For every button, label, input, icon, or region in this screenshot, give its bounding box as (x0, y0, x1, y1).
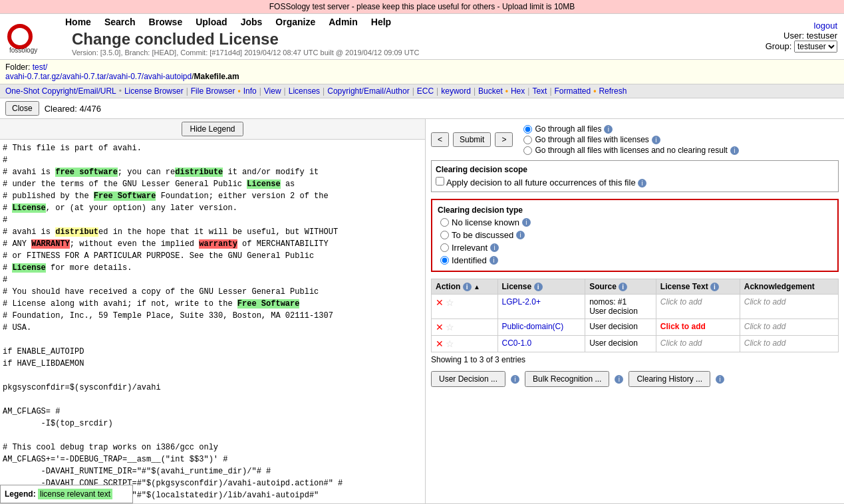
info-icon-license-text: i (710, 283, 719, 291)
breadcrumb-part-1[interactable]: /avahi-0.7.tar (60, 72, 106, 81)
acknowledgement-add-0[interactable]: Click to add (744, 297, 786, 307)
clearing-type-title: Clearing decision type (438, 205, 832, 215)
source-text-0: nomos: #1User decision (589, 297, 638, 316)
breadcrumb-part-2[interactable]: /avahi-0.7 (106, 72, 142, 81)
breadcrumb-folder[interactable]: test/ (33, 63, 48, 72)
clearing-type-identified-text: Identified (452, 255, 487, 265)
secnav-text[interactable]: Text (532, 86, 547, 96)
action-cell-1: ✕ ☆ (432, 319, 498, 336)
hide-legend-bar: Hide Legend (0, 119, 425, 140)
col-acknowledgement: Acknowledgement (740, 279, 838, 295)
license-text-add-0[interactable]: Click to add (660, 297, 702, 307)
radio-no-clearing-text: Go through all files with licenses and n… (535, 146, 728, 155)
clearing-type-irrelevant-label[interactable]: Irrelevant i (440, 243, 832, 253)
delete-icon-2[interactable]: ✕ (436, 338, 444, 349)
close-button[interactable]: Close (5, 101, 39, 116)
acknowledgement-add-2[interactable]: Click to add (744, 338, 786, 348)
version-info: Version: [3.5.0], Branch: [HEAD], Commit… (72, 49, 766, 57)
clearing-scope-checkbox[interactable] (436, 177, 444, 186)
user-decision-button[interactable]: User Decision ... (431, 371, 505, 387)
license-link-2[interactable]: CC0-1.0 (502, 338, 532, 348)
nav-next-button[interactable]: > (495, 132, 513, 147)
clearing-type-to-be-discussed-label[interactable]: To be discussed i (440, 230, 832, 240)
breadcrumb-current: Makefile.am (194, 72, 239, 81)
star-icon-0[interactable]: ☆ (446, 297, 454, 308)
sort-action-icon[interactable]: ▲ (474, 283, 480, 291)
user-label: User: (783, 31, 804, 41)
secnav-refresh[interactable]: Refresh (599, 86, 627, 96)
nav-jobs[interactable]: Jobs (241, 17, 263, 27)
secnav-info[interactable]: Info (243, 86, 257, 96)
clearing-type-no-license-label[interactable]: No license known i (440, 217, 832, 227)
nav-home[interactable]: Home (65, 17, 91, 27)
nav-prev-button[interactable]: < (431, 132, 449, 147)
info-icon-no-license: i (522, 218, 531, 227)
star-icon-1[interactable]: ☆ (446, 322, 454, 332)
license-text-cell-0: Click to add (656, 295, 740, 319)
secnav-hex[interactable]: Hex (511, 86, 525, 96)
clearing-type-to-be-discussed[interactable] (440, 231, 449, 239)
sep5: | (323, 86, 325, 96)
showing-count: Showing 1 to 3 of 3 entries (431, 355, 839, 364)
group-select[interactable]: testuser (794, 41, 837, 53)
license-text-add-2[interactable]: Click to add (660, 338, 702, 348)
license-cell-0: LGPL-2.0+ (497, 295, 585, 319)
clearing-type-no-license[interactable] (440, 218, 449, 227)
clearing-type-irrelevant[interactable] (440, 243, 449, 252)
breadcrumb-bar: Folder: test/ avahi-0.7.tar.gz/avahi-0.7… (0, 60, 844, 84)
breadcrumb-part-3[interactable]: /avahi-autoipd (142, 72, 192, 81)
nav-search[interactable]: Search (104, 17, 136, 27)
secnav-copyright[interactable]: Copyright/Email/Author (327, 86, 409, 96)
secnav-keyword[interactable]: keyword (441, 86, 471, 96)
logout-link[interactable]: logout (814, 21, 837, 31)
nav-admin[interactable]: Admin (329, 17, 358, 27)
nav-browse[interactable]: Browse (149, 17, 183, 27)
secnav-formatted[interactable]: Formatted (555, 86, 591, 96)
banner-text: FOSSology test server - please keep this… (269, 2, 575, 11)
clearing-history-button[interactable]: Clearing History ... (629, 371, 710, 387)
radio-no-clearing[interactable] (523, 146, 532, 155)
info-icon-identified: i (490, 256, 498, 265)
nav-submit-button[interactable]: Submit (453, 132, 491, 147)
acknowledgement-add-1[interactable]: Click to add (744, 322, 786, 331)
clearing-type-identified-label[interactable]: Identified i (440, 255, 832, 265)
license-link-0[interactable]: LGPL-2.0+ (502, 297, 541, 307)
clearing-type-identified[interactable] (440, 256, 449, 265)
delete-icon-1[interactable]: ✕ (436, 322, 444, 332)
legend-description: license relevant text (38, 489, 112, 499)
radio-files-licenses[interactable] (523, 136, 532, 144)
bulk-recognition-button[interactable]: Bulk Recognition ... (525, 371, 609, 387)
star-icon-2[interactable]: ☆ (446, 338, 454, 349)
nav-radio-group: Go through all files i Go through all fi… (523, 124, 739, 155)
radio-no-clearing-label[interactable]: Go through all files with licenses and n… (523, 146, 739, 155)
secnav-ecc[interactable]: ECC (417, 86, 434, 96)
code-area[interactable]: # This file is part of avahi. # # avahi … (0, 140, 425, 503)
main-content: Hide Legend # This file is part of avahi… (0, 119, 844, 503)
hide-legend-button[interactable]: Hide Legend (182, 122, 243, 136)
license-text-add-1[interactable]: Click to add (660, 322, 706, 331)
nav-organize[interactable]: Organize (275, 17, 315, 27)
radio-all-files[interactable] (523, 125, 532, 134)
clearing-scope-checkbox-label[interactable]: Apply decision to all future occurrences… (436, 178, 646, 188)
header: fossology Home Search Browse Upload Jobs… (0, 14, 844, 60)
clearing-scope-title: Clearing decision scope (436, 165, 834, 174)
nav-help[interactable]: Help (371, 17, 391, 27)
license-link-1[interactable]: Public-domain(C) (502, 322, 564, 331)
radio-files-licenses-label[interactable]: Go through all files with licenses i (523, 135, 739, 144)
delete-icon-0[interactable]: ✕ (436, 297, 444, 308)
secnav-bucket[interactable]: Bucket (478, 86, 503, 96)
secnav-licenses[interactable]: Licenses (289, 86, 320, 96)
folder-label: Folder: (5, 63, 30, 72)
secnav-file-browser[interactable]: File Browser (191, 86, 235, 96)
bullet2: • (505, 86, 508, 96)
page-title: Change concluded License (72, 30, 766, 49)
nav-upload[interactable]: Upload (196, 17, 227, 27)
license-table: Action i ▲ License i Source i License Te… (431, 279, 839, 352)
table-row: ✕ ☆ LGPL-2.0+ nomos: #1User decision Cli… (432, 295, 839, 319)
info-icon-user-decision: i (511, 375, 519, 384)
breadcrumb-part-0[interactable]: avahi-0.7.tar.gz (5, 72, 60, 81)
radio-all-files-label[interactable]: Go through all files i (523, 124, 739, 134)
secnav-oneshot[interactable]: One-Shot Copyright/Email/URL (5, 86, 116, 96)
secnav-license-browser[interactable]: License Browser (124, 86, 184, 96)
secnav-view[interactable]: View (264, 86, 281, 96)
